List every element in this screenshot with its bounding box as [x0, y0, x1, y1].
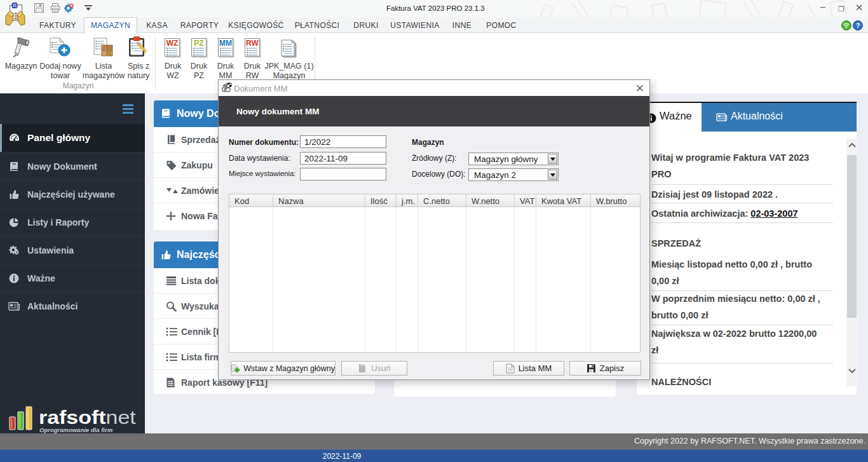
svg-text:RW: RW: [246, 39, 259, 48]
svg-text:WZ: WZ: [166, 39, 179, 48]
svg-text:PZ: PZ: [194, 39, 203, 48]
svg-text:MM: MM: [219, 39, 232, 48]
svg-text:?: ?: [856, 22, 860, 29]
